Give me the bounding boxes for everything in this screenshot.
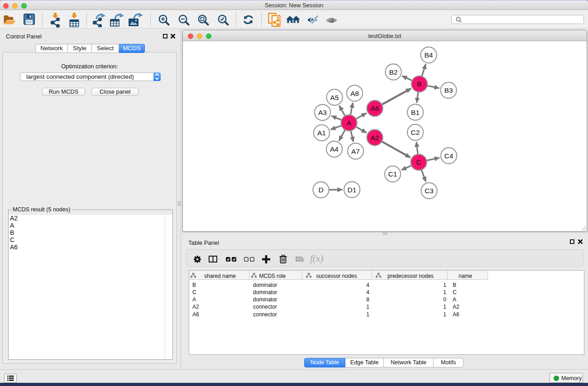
svg-text:A3: A3 bbox=[318, 109, 327, 116]
svg-text:B2: B2 bbox=[389, 68, 398, 76]
svg-text:D: D bbox=[318, 186, 323, 194]
svg-text:C: C bbox=[416, 158, 421, 166]
svg-text:B4: B4 bbox=[425, 51, 433, 59]
svg-text:A8: A8 bbox=[350, 90, 359, 97]
svg-text:A2: A2 bbox=[371, 134, 379, 142]
svg-text:C3: C3 bbox=[425, 187, 434, 195]
svg-text:C1: C1 bbox=[388, 170, 397, 178]
svg-text:A7: A7 bbox=[351, 148, 360, 155]
svg-text:B: B bbox=[417, 80, 421, 88]
svg-text:D1: D1 bbox=[348, 186, 357, 194]
svg-text:A1: A1 bbox=[317, 129, 326, 137]
svg-text:A6: A6 bbox=[371, 105, 379, 112]
svg-text:A4: A4 bbox=[330, 145, 339, 153]
svg-text:B3: B3 bbox=[445, 86, 453, 94]
svg-text:C4: C4 bbox=[445, 152, 454, 160]
svg-text:B1: B1 bbox=[411, 109, 420, 116]
svg-text:C2: C2 bbox=[411, 129, 420, 136]
svg-text:A5: A5 bbox=[330, 94, 339, 101]
svg-text:A: A bbox=[347, 119, 352, 127]
